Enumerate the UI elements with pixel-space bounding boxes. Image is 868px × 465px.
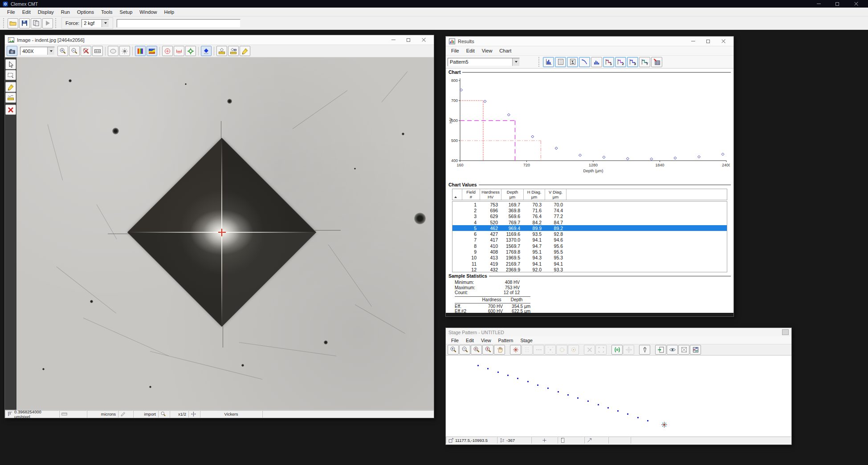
run-button[interactable] bbox=[42, 18, 53, 28]
brightness-button[interactable] bbox=[119, 46, 130, 56]
move-pattern-button[interactable] bbox=[623, 345, 634, 355]
indent-point[interactable] bbox=[577, 397, 579, 399]
menu-edit[interactable]: Edit bbox=[462, 336, 477, 344]
indent-point[interactable] bbox=[497, 372, 499, 373]
ellipse-tool-button[interactable] bbox=[108, 46, 118, 56]
auto-measure-button[interactable] bbox=[216, 46, 227, 56]
menu-stage[interactable]: Stage bbox=[517, 336, 536, 344]
menu-file[interactable]: File bbox=[448, 46, 463, 55]
chevron-down-icon[interactable] bbox=[102, 20, 109, 27]
zoom-out-button[interactable] bbox=[69, 46, 80, 56]
delete-point-button[interactable] bbox=[584, 345, 595, 355]
pattern-table-button[interactable] bbox=[690, 345, 701, 355]
threshold-3-button[interactable]: 3 bbox=[627, 57, 638, 67]
menu-edit[interactable]: Edit bbox=[463, 46, 478, 55]
stage-pattern-canvas[interactable] bbox=[446, 356, 791, 437]
indent-point[interactable] bbox=[507, 375, 509, 376]
calibrate-button[interactable] bbox=[611, 345, 623, 355]
indent-point[interactable] bbox=[627, 413, 628, 415]
chart-values-row[interactable]: 124322369.992.093.3 bbox=[452, 267, 727, 272]
indent-point[interactable] bbox=[487, 368, 489, 369]
measure-tool-button[interactable] bbox=[5, 93, 16, 103]
column-header[interactable]: Field# bbox=[462, 189, 480, 200]
maximize-button[interactable] bbox=[828, 0, 847, 8]
chevron-down-icon[interactable] bbox=[512, 58, 519, 66]
acquire-measure-button[interactable] bbox=[228, 46, 239, 56]
chart-values-row[interactable]: 114192169.794.194.1 bbox=[452, 261, 727, 267]
menu-display[interactable]: Display bbox=[34, 8, 57, 16]
indent-point[interactable] bbox=[587, 400, 589, 402]
select-area-button[interactable] bbox=[595, 345, 607, 355]
pattern-point-button[interactable] bbox=[545, 345, 556, 355]
pan-hand-button[interactable] bbox=[494, 345, 505, 355]
threshold-1-button[interactable]: 1 bbox=[603, 57, 614, 67]
indent-point[interactable] bbox=[567, 394, 569, 396]
report-view-button[interactable] bbox=[555, 57, 566, 67]
column-header[interactable]: HardnessHV bbox=[480, 189, 501, 200]
minimize-button[interactable] bbox=[685, 37, 701, 46]
indent-point[interactable] bbox=[598, 404, 599, 405]
delete-tool-button[interactable] bbox=[5, 105, 16, 115]
distribution-button[interactable] bbox=[591, 57, 602, 67]
title-bar-box[interactable] bbox=[782, 329, 789, 335]
import-pattern-button[interactable] bbox=[655, 345, 666, 355]
menu-help[interactable]: Help bbox=[160, 8, 178, 16]
menu-window[interactable]: Window bbox=[136, 8, 160, 16]
indent-point[interactable] bbox=[477, 365, 479, 366]
fit-width-button[interactable] bbox=[92, 46, 103, 56]
close-button[interactable] bbox=[847, 0, 865, 8]
curve-view-button[interactable] bbox=[579, 57, 590, 67]
column-header[interactable]: Depthµm bbox=[501, 189, 524, 200]
indent-mark-button[interactable] bbox=[162, 46, 173, 56]
menu-options[interactable]: Options bbox=[73, 8, 98, 16]
menu-file[interactable]: File bbox=[4, 8, 19, 16]
camera-button[interactable] bbox=[7, 46, 17, 56]
chart-values-row[interactable]: 3629569.676.477.2 bbox=[452, 214, 727, 219]
pattern-circle-button[interactable] bbox=[556, 345, 567, 355]
pattern-grid-button[interactable] bbox=[522, 345, 533, 355]
colormap-button[interactable] bbox=[147, 46, 157, 56]
menu-file[interactable]: File bbox=[448, 336, 462, 344]
menu-view[interactable]: View bbox=[478, 46, 496, 55]
menu-pattern[interactable]: Pattern bbox=[495, 336, 517, 344]
chart-values-row[interactable]: 2696369.871.674.4 bbox=[452, 207, 727, 213]
open-button[interactable] bbox=[8, 18, 18, 28]
stage-target-button[interactable] bbox=[185, 46, 196, 56]
sort-column-header[interactable] bbox=[452, 189, 462, 200]
zoom-selection-button[interactable] bbox=[471, 345, 482, 355]
force-select[interactable]: 2 kgf bbox=[82, 19, 109, 28]
preview-button[interactable] bbox=[667, 345, 678, 355]
chart-values-row[interactable]: 64271169.693.592.8 bbox=[452, 231, 727, 237]
menu-run[interactable]: Run bbox=[57, 8, 73, 16]
copy-button[interactable] bbox=[31, 18, 41, 28]
pointer-tool-button[interactable] bbox=[5, 59, 16, 69]
save-button[interactable] bbox=[19, 18, 30, 28]
menu-edit[interactable]: Edit bbox=[19, 8, 34, 16]
zoom-pan-button[interactable] bbox=[482, 345, 493, 355]
indent-point[interactable] bbox=[547, 388, 549, 389]
zoom-reset-button[interactable] bbox=[81, 46, 91, 56]
statistics-button[interactable]: Σ bbox=[567, 57, 578, 67]
chevron-down-icon[interactable] bbox=[47, 47, 54, 55]
chart-values-row[interactable]: 84101569.794.795.6 bbox=[452, 243, 727, 249]
chart-values-row[interactable]: 4520769.784.284.7 bbox=[452, 219, 727, 225]
select-region-tool-button[interactable] bbox=[5, 70, 16, 80]
magnification-select[interactable]: 400X bbox=[20, 47, 55, 55]
minimize-button[interactable] bbox=[809, 0, 828, 8]
clear-pattern-button[interactable] bbox=[678, 345, 689, 355]
indent-point[interactable] bbox=[647, 420, 648, 421]
minimize-button[interactable] bbox=[386, 36, 401, 44]
indent-measure-button[interactable] bbox=[174, 46, 184, 56]
indent-point[interactable] bbox=[537, 384, 538, 386]
indent-point[interactable] bbox=[517, 378, 518, 379]
threshold-t-button[interactable]: T bbox=[639, 57, 650, 67]
chart-values-row[interactable]: 74171370.094.194.6 bbox=[452, 237, 727, 243]
indent-point[interactable] bbox=[637, 417, 639, 418]
chart-histogram-button[interactable] bbox=[543, 57, 554, 67]
command-field[interactable] bbox=[117, 19, 240, 28]
window-resize-edge[interactable] bbox=[446, 313, 734, 316]
pattern-select[interactable]: Pattern5 bbox=[448, 58, 520, 66]
draw-tool-button[interactable] bbox=[5, 82, 16, 92]
maximize-button[interactable] bbox=[401, 36, 416, 44]
chart-values-row[interactable]: 94081769.895.195.5 bbox=[452, 249, 727, 255]
